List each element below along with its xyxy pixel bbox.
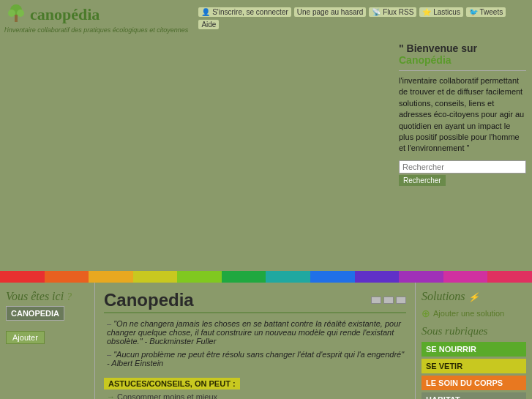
nav-aide[interactable]: Aide [198,20,219,29]
add-solution[interactable]: Ajouter une solution [422,307,526,319]
rainbow-seg-9 [355,271,400,283]
section-title: ASTUCES/CONSEILS, ON PEUT : [104,378,240,389]
solutions-title: Solutions ⚡ [422,290,526,303]
top-layout: " Bienvenue sur Canopédia l'inventaire c… [0,37,532,271]
share-icon[interactable] [396,297,406,304]
page-action-icons [371,297,406,304]
svg-rect-1 [15,15,18,22]
nav-lasticus[interactable]: ⭐ Lasticus [419,7,462,17]
breadcrumb-label: Vous êtes ici ? [6,290,89,303]
left-column: Vous êtes ici ? CANOPEDIA Ajouter [0,283,95,399]
print-icon[interactable] [371,297,381,304]
rubrique-habitat[interactable]: HABITAT [422,392,526,399]
svg-point-3 [17,10,24,17]
logo-subtitle: l'inventaire collaboratif des pratiques … [4,26,188,34]
page-title: Canopedia [104,290,194,310]
rubrique-se-vetir[interactable]: SE VETIR [422,359,526,373]
rainbow-seg-2 [45,271,89,283]
rainbow-seg-4 [133,271,178,283]
rainbow-seg-10 [399,271,443,283]
logo-area: canopédia l'inventaire collaboratif des … [4,3,188,34]
list-item-1: Consommer moins et mieux [104,392,406,399]
search-button[interactable]: Rechercher [399,175,446,186]
rainbow-seg-12 [487,271,532,283]
tree-icon [4,3,28,26]
logo-text: canopédia [30,7,100,23]
main-area [0,37,393,271]
rainbow-seg-3 [89,271,133,283]
rainbow-seg-7 [266,271,310,283]
nav-rss[interactable]: 📡 Flux RSS [369,7,416,17]
sous-rubriques-title: Sous rubriques [422,325,526,338]
search-input[interactable] [399,160,526,174]
brand-name: Canopédia [399,54,452,66]
ajouter-area: Ajouter [6,331,89,344]
question-icon: ? [67,291,72,302]
right-sidebar: " Bienvenue sur Canopédia l'inventaire c… [393,37,532,271]
solutions-column: Solutions ⚡ Ajouter une solution Sous ru… [415,283,532,399]
star-icon: ⭐ [422,8,431,16]
email-icon[interactable] [383,297,394,304]
rubrique-soin-du-corps[interactable]: LE SOIN DU CORPS [422,376,526,390]
rainbow-bar [0,271,532,283]
rainbow-seg-11 [443,271,488,283]
center-column: Canopedia "On ne changera jamais les cho… [95,283,415,399]
svg-point-2 [8,10,15,17]
twitter-icon: 🐦 [469,8,478,16]
quote-1: "On ne changera jamais les choses en se … [104,319,406,346]
nav-tweets[interactable]: 🐦 Tweets [466,7,506,17]
sidebar-intro-title: " Bienvenue sur Canopédia [399,42,526,66]
user-icon: 👤 [201,8,210,16]
rainbow-seg-1 [0,271,45,283]
ajouter-button[interactable]: Ajouter [6,331,45,344]
canopedia-badge: CANOPEDIA [6,306,64,321]
rainbow-seg-6 [222,271,266,283]
rainbow-seg-5 [177,271,222,283]
quote-2: "Aucun problème ne peut être résolu sans… [104,350,406,368]
site-header: canopédia l'inventaire collaboratif des … [0,0,532,37]
rss-icon: 📡 [372,8,381,16]
page-title-area: Canopedia [104,290,406,313]
sidebar-intro-text: l'inventaire collaboratif permettant de … [399,75,526,154]
lightning-icon: ⚡ [468,292,479,302]
rubrique-se-nourrir[interactable]: SE NOURRIR [422,342,526,357]
rainbow-seg-8 [310,271,355,283]
nav-random[interactable]: Une page au hasard [294,7,367,17]
nav-signin[interactable]: 👤 S'inscrire, se connecter [198,7,291,17]
header-nav: 👤 S'inscrire, se connecter Une page au h… [198,7,528,29]
divider [399,70,526,71]
bottom-layout: Vous êtes ici ? CANOPEDIA Ajouter Canope… [0,283,532,399]
